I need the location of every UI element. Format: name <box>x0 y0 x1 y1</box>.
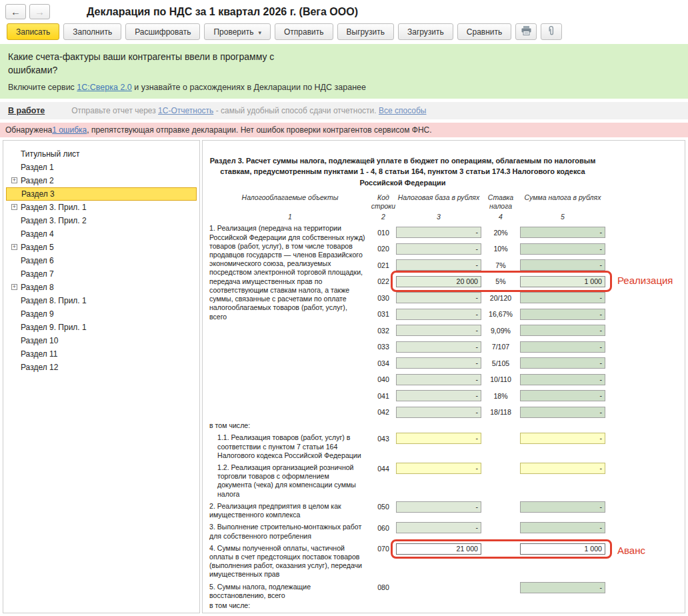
sidebar-item-label: Раздел 3. Прил. 2 <box>21 216 87 225</box>
send-button[interactable]: Отправить <box>275 23 333 40</box>
sidebar-item-razdel-12[interactable]: Раздел 12 <box>6 361 197 374</box>
sidebar-item-title-page[interactable]: Титульный лист <box>6 147 197 161</box>
sum-field-041[interactable]: - <box>520 390 605 401</box>
compare-button[interactable]: Сравнить <box>457 23 511 40</box>
sum-field-070[interactable]: 1 000 <box>520 543 605 555</box>
row-060-label: 3. Выполнение строительно-монтажных рабо… <box>209 523 371 540</box>
expand-icon[interactable]: + <box>11 284 17 290</box>
report-state-dropdown[interactable]: В работе <box>8 106 45 115</box>
save-button[interactable]: Записать <box>7 23 59 40</box>
forward-button[interactable]: → <box>29 4 50 19</box>
rate-label-022: 5% <box>481 277 520 285</box>
base-field-020[interactable]: - <box>396 243 481 255</box>
sidebar-item-razdel-3-pril-1[interactable]: +Раздел 3. Прил. 1 <box>6 201 197 214</box>
sum-field-010[interactable]: - <box>520 227 605 238</box>
form-row-043: 1.1. Реализация товаров (работ, услуг) в… <box>209 433 605 460</box>
sum-field-042[interactable]: - <box>520 407 605 418</box>
sum-field-033[interactable]: - <box>520 341 605 353</box>
line-code-042: 042 <box>371 408 396 416</box>
base-field-032[interactable]: - <box>396 325 481 336</box>
sidebar-item-razdel-9[interactable]: Раздел 9 <box>6 307 197 321</box>
sum-field-043[interactable]: - <box>520 433 605 444</box>
base-field-033[interactable]: - <box>396 341 481 353</box>
sum-field-050[interactable]: - <box>520 501 605 513</box>
all-ways-link[interactable]: Все способы <box>379 106 427 115</box>
status-bar: В работе Отправьте отчет через 1С-Отчетн… <box>0 102 688 119</box>
sidebar-item-razdel-3[interactable]: Раздел 3 <box>6 187 197 201</box>
base-field-060[interactable]: - <box>396 522 481 533</box>
unload-button[interactable]: Выгрузить <box>337 23 395 40</box>
base-field-021[interactable]: - <box>396 259 481 271</box>
load-button[interactable]: Загрузить <box>398 23 453 40</box>
form-line-040: 040 - 10/110 - <box>371 371 605 388</box>
sidebar-item-razdel-4[interactable]: Раздел 4 <box>6 227 197 241</box>
line-code-030: 030 <box>371 294 396 302</box>
base-field-042[interactable]: - <box>396 407 481 418</box>
sum-field-080[interactable]: - <box>520 582 605 593</box>
promo-question: Какие счета-фактуры ваши контрагенты вве… <box>8 50 321 77</box>
sum-field-031[interactable]: - <box>520 309 605 320</box>
sidebar-item-razdel-3-pril-2[interactable]: Раздел 3. Прил. 2 <box>6 214 197 227</box>
sidebar-item-razdel-1[interactable]: Раздел 1 <box>6 161 197 174</box>
sum-field-060[interactable]: - <box>520 522 605 533</box>
base-field-070[interactable]: 21 000 <box>396 543 481 555</box>
base-field-044[interactable]: - <box>396 463 481 474</box>
expand-icon[interactable]: + <box>11 244 17 250</box>
form-line-070: 070 21 000 1 000 Аванс <box>371 543 605 555</box>
sidebar-item-razdel-7[interactable]: Раздел 7 <box>6 267 197 281</box>
status-text: Отправьте отчет через 1С-Отчетность - са… <box>71 106 426 115</box>
col-num-1: 1 <box>209 213 371 221</box>
expand-icon[interactable]: + <box>11 204 17 210</box>
sidebar-item-razdel-8[interactable]: +Раздел 8 <box>6 281 197 294</box>
including-note-1: в том числе: <box>209 421 605 430</box>
sidebar-item-razdel-8-pril-1[interactable]: Раздел 8. Прил. 1 <box>6 294 197 307</box>
otchetnost-link[interactable]: 1С-Отчетность <box>158 106 213 115</box>
sidebar-item-razdel-9-pril-1[interactable]: Раздел 9. Прил. 1 <box>6 321 197 334</box>
sum-field-040[interactable]: - <box>520 374 605 385</box>
sum-field-032[interactable]: - <box>520 325 605 336</box>
sidebar-item-razdel-5[interactable]: +Раздел 5 <box>6 241 197 254</box>
form-line-034: 034 - 5/105 - <box>371 355 605 371</box>
sum-field-044[interactable]: - <box>520 463 605 474</box>
col-num-3: 3 <box>396 213 481 221</box>
sverka-service-link[interactable]: 1С:Сверка 2.0 <box>77 83 131 92</box>
rate-label-020: 10% <box>481 245 520 253</box>
row-1-field-stack: 010 - 20% - 020 - 10% - 021 - 7% <box>371 224 605 420</box>
base-field-022[interactable]: 20 000 <box>396 276 481 287</box>
base-field-050[interactable]: - <box>396 501 481 513</box>
sidebar-item-label: Раздел 8 <box>21 283 54 292</box>
sum-field-090[interactable]: - <box>520 613 605 613</box>
sum-field-022[interactable]: 1 000 <box>520 276 605 287</box>
rate-label-032: 9,09% <box>481 327 520 335</box>
expand-icon[interactable]: + <box>11 177 17 183</box>
decipher-button[interactable]: Расшифровать <box>125 23 200 40</box>
print-button[interactable] <box>515 23 537 40</box>
line-code-060: 060 <box>371 524 396 532</box>
base-field-041[interactable]: - <box>396 390 481 401</box>
printer-icon <box>521 26 531 37</box>
sidebar-item-razdel-6[interactable]: Раздел 6 <box>6 254 197 267</box>
row-044-label: 1.2. Реализация организацией розничной т… <box>209 463 371 499</box>
back-button[interactable]: ← <box>5 4 26 19</box>
form-line-022: 022 20 000 5% 1 000 Реализация <box>371 273 605 290</box>
sum-field-034[interactable]: - <box>520 357 605 369</box>
sidebar-item-razdel-10[interactable]: Раздел 10 <box>6 334 197 347</box>
fill-button[interactable]: Заполнить <box>63 23 121 40</box>
base-field-040[interactable]: - <box>396 374 481 385</box>
form-line-031: 031 - 16,67% - <box>371 306 605 323</box>
base-field-034[interactable]: - <box>396 357 481 369</box>
error-count-link[interactable]: 1 ошибка <box>52 125 87 135</box>
attachment-button[interactable] <box>541 23 562 40</box>
sidebar-item-razdel-2[interactable]: +Раздел 2 <box>6 174 197 187</box>
sum-field-021[interactable]: - <box>520 259 605 271</box>
form-line-020: 020 - 10% - <box>371 241 605 257</box>
form-line-021: 021 - 7% - <box>371 257 605 273</box>
check-button[interactable]: Проверить▾ <box>204 23 271 40</box>
base-field-031[interactable]: - <box>396 309 481 320</box>
sum-field-030[interactable]: - <box>520 292 605 303</box>
base-field-010[interactable]: - <box>396 227 481 238</box>
base-field-043[interactable]: - <box>396 433 481 444</box>
sidebar-item-razdel-11[interactable]: Раздел 11 <box>6 347 197 361</box>
base-field-030[interactable]: - <box>396 292 481 303</box>
sum-field-020[interactable]: - <box>520 243 605 255</box>
